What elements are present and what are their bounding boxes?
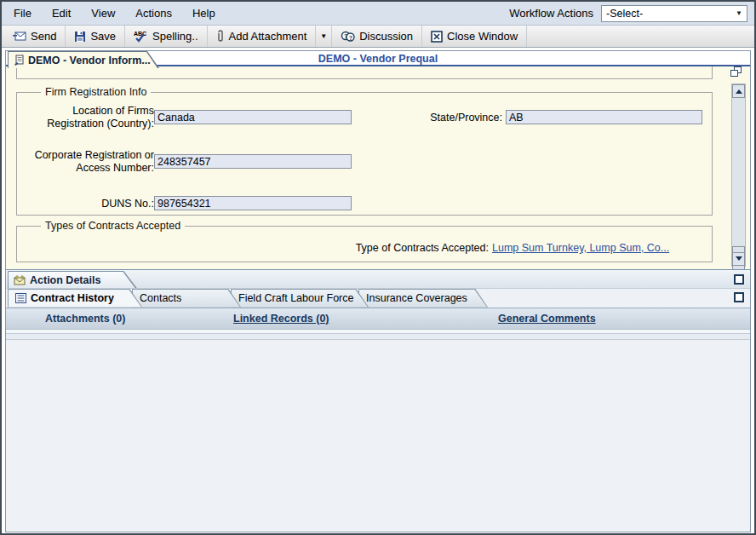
close-window-icon bbox=[431, 31, 443, 43]
document-tab-label: DEMO - Vendor Inform... bbox=[28, 55, 151, 66]
spelling-button[interactable]: ABC Spelling.. bbox=[125, 26, 207, 47]
discussion-button[interactable]: ?? Discussion bbox=[332, 26, 422, 47]
spellcheck-icon: ABC bbox=[134, 30, 148, 43]
close-window-label: Close Window bbox=[447, 30, 518, 43]
svg-text:?: ? bbox=[349, 34, 352, 40]
duns-no-label: DUNS No.: bbox=[22, 198, 154, 210]
chevron-down-icon: ▼ bbox=[320, 32, 327, 40]
tab-insurance-coverages[interactable]: Insurance Coverages bbox=[358, 289, 488, 308]
scroll-up-button[interactable] bbox=[732, 84, 745, 98]
spelling-label: Spelling.. bbox=[152, 30, 198, 43]
send-button[interactable]: Send bbox=[4, 26, 66, 47]
location-of-firms-label: Location of Firms Registration (Country)… bbox=[22, 105, 154, 130]
corporate-registration-input[interactable] bbox=[154, 154, 352, 169]
scroll-up-arrow-icon bbox=[736, 89, 742, 94]
save-label: Save bbox=[90, 30, 116, 43]
linked-records-link[interactable]: Linked Records (0) bbox=[233, 313, 329, 325]
menu-view[interactable]: View bbox=[91, 7, 115, 20]
workflow-actions-group: Workflow Actions -Select- ▼ bbox=[509, 5, 754, 22]
contracts-accepted-legend: Types of Contracts Accepted bbox=[41, 220, 185, 232]
attachments-link[interactable]: Attachments (0) bbox=[45, 313, 125, 325]
contracts-accepted-value-link[interactable]: Lump Sum Turnkey, Lump Sum, Co... bbox=[492, 242, 669, 254]
menu-file[interactable]: File bbox=[14, 7, 32, 20]
collapse-tabs-button[interactable] bbox=[734, 292, 744, 302]
tab-field-craft-labour-force-label: Field Craft Labour Force bbox=[238, 292, 353, 304]
footer-links-bar: Attachments (0) Linked Records (0) Gener… bbox=[6, 308, 750, 329]
discussion-icon: ?? bbox=[341, 31, 355, 43]
discussion-label: Discussion bbox=[359, 30, 413, 43]
list-icon bbox=[15, 293, 26, 303]
add-attachment-label: Add Attachment bbox=[229, 30, 307, 43]
general-comments-link[interactable]: General Comments bbox=[498, 313, 596, 325]
document-tab[interactable]: DEMO - Vendor Inform... bbox=[8, 51, 159, 68]
action-details-icon bbox=[14, 275, 26, 285]
menu-edit[interactable]: Edit bbox=[52, 7, 71, 20]
tab-contacts[interactable]: Contacts bbox=[132, 289, 241, 308]
action-details-tab[interactable]: Action Details bbox=[8, 271, 137, 289]
app-window: File Edit View Actions Help Workflow Act… bbox=[0, 0, 756, 535]
action-details-label: Action Details bbox=[30, 274, 100, 286]
firm-registration-section: Firm Registration Info Location of Firms… bbox=[16, 92, 713, 216]
contracts-accepted-label: Type of Contracts Accepted: bbox=[233, 242, 489, 255]
add-attachment-button[interactable]: Add Attachment bbox=[208, 26, 317, 47]
svg-text:?: ? bbox=[344, 33, 347, 39]
firm-registration-legend: Firm Registration Info bbox=[41, 86, 151, 98]
close-window-button[interactable]: Close Window bbox=[422, 26, 527, 47]
menu-bar: File Edit View Actions Help Workflow Act… bbox=[2, 2, 754, 26]
location-of-firms-input[interactable] bbox=[154, 110, 352, 124]
workflow-selected-value: -Select- bbox=[606, 8, 643, 20]
document-tab-strip: DEMO - Vendor Prequal DEMO - Vendor Info… bbox=[6, 51, 750, 66]
envelope-icon bbox=[13, 31, 26, 42]
save-button[interactable]: Save bbox=[66, 26, 125, 47]
state-province-input[interactable] bbox=[506, 110, 702, 124]
floppy-icon bbox=[74, 31, 86, 43]
add-attachment-dropdown-button[interactable]: ▼ bbox=[316, 26, 332, 47]
chevron-down-icon: ▼ bbox=[736, 9, 742, 17]
workflow-actions-select[interactable]: -Select- ▼ bbox=[601, 5, 747, 22]
corporate-registration-label: Corporate Registration or Access Number: bbox=[22, 149, 154, 175]
duns-no-input[interactable] bbox=[154, 196, 352, 210]
partial-section-top bbox=[16, 66, 713, 79]
scroll-down-button[interactable] bbox=[732, 252, 745, 266]
state-province-label: State/Province: bbox=[375, 112, 502, 124]
tab-insurance-coverages-label: Insurance Coverages bbox=[366, 292, 467, 304]
tab-field-craft-labour-force[interactable]: Field Craft Labour Force bbox=[231, 289, 369, 308]
document-pane: DEMO - Vendor Prequal DEMO - Vendor Info… bbox=[5, 50, 751, 532]
tab-contract-history[interactable]: Contract History bbox=[8, 289, 142, 308]
toolbar: Send Save ABC Spelling.. Add Attachment … bbox=[2, 26, 754, 48]
workflow-actions-label: Workflow Actions bbox=[509, 7, 593, 20]
paperclip-icon bbox=[216, 30, 225, 43]
status-bar bbox=[6, 329, 750, 532]
contracts-accepted-section: Types of Contracts Accepted Type of Cont… bbox=[16, 226, 713, 262]
menu-help[interactable]: Help bbox=[192, 7, 215, 20]
form-content: Firm Registration Info Location of Firms… bbox=[6, 66, 750, 269]
tab-contacts-label: Contacts bbox=[140, 292, 181, 304]
restore-window-icon[interactable] bbox=[730, 66, 742, 77]
action-details-bar: Action Details bbox=[6, 269, 750, 288]
menu-actions[interactable]: Actions bbox=[135, 7, 172, 20]
send-label: Send bbox=[31, 30, 56, 43]
vertical-scrollbar[interactable] bbox=[731, 83, 746, 267]
tab-contract-history-label: Contract History bbox=[31, 292, 114, 304]
svg-text:ABC: ABC bbox=[134, 31, 146, 37]
collapse-panel-button[interactable] bbox=[734, 274, 744, 285]
bottom-tab-row: Contract History Contacts Field Craft La… bbox=[6, 288, 750, 308]
document-edit-icon bbox=[14, 55, 25, 66]
scroll-down-arrow-icon bbox=[736, 256, 742, 261]
